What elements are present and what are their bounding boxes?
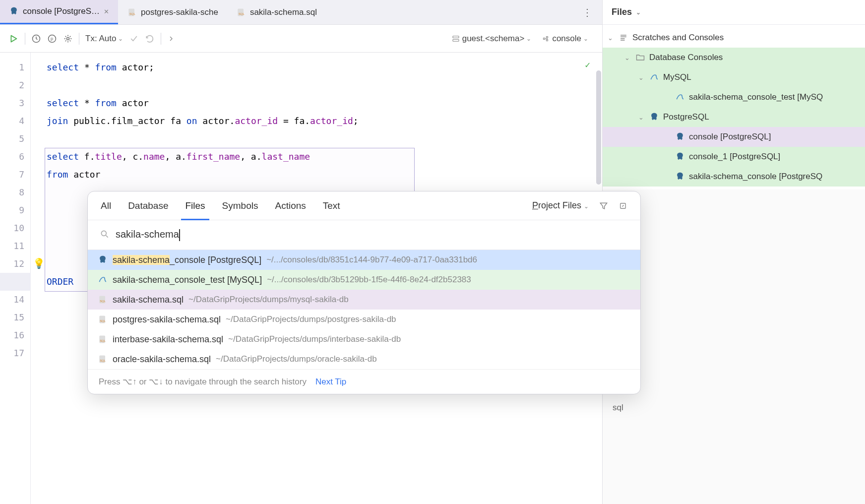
scope-dropdown[interactable]: Project Files ⌄ (532, 200, 589, 211)
svg-point-14 (101, 278, 102, 279)
schema-label: guest.<schema> (462, 34, 525, 44)
result-path: ~/DataGripProjects/dumps/mysql-sakila-db (188, 295, 349, 305)
search-tab-files[interactable]: Files (185, 191, 205, 220)
search-query-text[interactable]: sakila-schema (116, 229, 180, 241)
svg-text:SQL: SQL (100, 339, 106, 342)
postgres-icon (675, 172, 685, 182)
postgres-icon (98, 255, 108, 265)
commit-icon[interactable] (129, 34, 139, 44)
tree-item[interactable]: ⌄PostgreSQL (603, 107, 865, 127)
postgres-icon (675, 132, 685, 142)
result-path: ~/.../consoles/db/8351c144-9b77-4e09-a71… (266, 255, 477, 265)
svg-point-11 (678, 96, 679, 97)
result-path: ~/DataGripProjects/dumps/interbase-sakil… (228, 334, 401, 344)
next-tip-link[interactable]: Next Tip (315, 377, 346, 387)
svg-text:SQL: SQL (129, 12, 135, 15)
tree-item[interactable]: ⌄Scratches and Consoles (603, 28, 865, 48)
sql-file-icon: SQL (98, 334, 108, 344)
result-title: sakila-schema.sql (113, 295, 184, 305)
result-path: ~/DataGripProjects/dumps/postgres-sakila… (226, 315, 396, 324)
mysql-icon (675, 92, 685, 102)
partial-label: sql (603, 189, 865, 413)
svg-point-10 (652, 76, 653, 77)
chevron-down-icon[interactable]: ⌄ (624, 54, 631, 62)
search-result-item[interactable]: sakila-schema_console_test [MySQL] ~/...… (88, 270, 640, 290)
sql-file-icon: SQL (98, 315, 108, 324)
intention-bulb-icon[interactable]: 💡 (33, 257, 45, 269)
chevron-right-icon[interactable] (167, 35, 175, 43)
svg-point-7 (67, 37, 69, 40)
search-results: sakila-schema_console [PostgreSQL] ~/...… (88, 250, 640, 369)
result-path: ~/DataGripProjects/dumps/oracle-sakila-d… (216, 354, 377, 364)
files-panel-title: Files (612, 7, 632, 17)
tab-label: sakila-schema.sql (250, 7, 317, 17)
tree-item-label: Database Consoles (649, 53, 723, 63)
folder-icon (635, 53, 645, 63)
tree-item[interactable]: ⌄Database Consoles (603, 48, 865, 67)
rollback-icon[interactable] (145, 34, 155, 44)
result-path: ~/.../consoles/db/3b5129bb-1f5e-44f6-8e2… (267, 275, 471, 285)
svg-text:p: p (51, 36, 53, 41)
chevron-down-icon[interactable]: ⌄ (638, 74, 645, 81)
settings-icon[interactable] (63, 34, 73, 44)
svg-point-13 (101, 231, 106, 236)
inspection-status-icon[interactable]: ✓ (585, 60, 590, 70)
tree-item[interactable]: console_1 [PostgreSQL] (603, 147, 865, 167)
tab-overflow-menu[interactable]: ⋮ (572, 6, 602, 18)
search-result-item[interactable]: SQLinterbase-sakila-schema.sql ~/DataGri… (88, 329, 640, 349)
run-icon[interactable] (8, 33, 19, 44)
tx-mode-dropdown[interactable]: Tx: Auto ⌄ (85, 34, 123, 44)
explain-plan-icon[interactable]: p (47, 34, 57, 44)
close-icon[interactable]: ✕ (104, 8, 109, 15)
editor-tabs: console [PostgreS… ✕ SQL postgres-sakila… (0, 0, 602, 25)
tree-item[interactable]: ⌄MySQL (603, 67, 865, 87)
tree-item[interactable]: console [PostgreSQL] (603, 127, 865, 147)
chevron-down-icon[interactable]: ⌄ (608, 34, 615, 42)
search-result-item[interactable]: SQLsakila-schema.sql ~/DataGripProjects/… (88, 290, 640, 310)
tree-item-label: MySQL (663, 72, 691, 82)
filter-icon[interactable] (599, 201, 609, 211)
tab-sakila-schema[interactable]: SQL sakila-schema.sql (227, 0, 326, 24)
scratch-icon (618, 33, 628, 43)
svg-text:SQL: SQL (100, 359, 106, 362)
search-footer: Press ⌥↑ or ⌥↓ to navigate through the s… (88, 369, 640, 394)
session-dropdown[interactable]: console ⌄ (541, 34, 588, 44)
chevron-down-icon: ⌄ (118, 35, 123, 42)
sql-file-icon: SQL (98, 295, 108, 305)
search-result-item[interactable]: sakila-schema_console [PostgreSQL] ~/...… (88, 250, 640, 270)
history-icon[interactable] (31, 34, 41, 44)
svg-rect-9 (453, 39, 459, 41)
chevron-down-icon[interactable]: ⌄ (638, 114, 645, 121)
pin-icon[interactable] (618, 201, 627, 210)
files-tree: ⌄Scratches and Consoles⌄Database Console… (603, 25, 865, 189)
postgres-icon (649, 112, 659, 122)
editor-scrollbar[interactable] (596, 70, 601, 185)
result-title: oracle-sakila-schema.sql (113, 354, 211, 365)
search-tab-all[interactable]: All (101, 191, 111, 220)
tree-item-label: PostgreSQL (663, 112, 709, 122)
mysql-icon (98, 275, 108, 285)
schema-dropdown[interactable]: guest.<schema> ⌄ (451, 34, 532, 44)
search-tab-database[interactable]: Database (128, 191, 168, 220)
chevron-down-icon: ⌄ (583, 35, 588, 42)
tab-postgres-sakila-schema[interactable]: SQL postgres-sakila-sche (118, 0, 227, 24)
tree-item[interactable]: sakila-schema_console [PostgreSQ (603, 167, 865, 187)
search-tab-actions[interactable]: Actions (275, 191, 306, 220)
files-panel-header[interactable]: Files ⌄ (603, 0, 865, 25)
tab-console-postgres[interactable]: console [PostgreS… ✕ (0, 0, 118, 24)
tx-mode-label: Tx: Auto (85, 34, 116, 44)
search-tab-text[interactable]: Text (323, 191, 340, 220)
search-footer-hint: Press ⌥↑ or ⌥↓ to navigate through the s… (99, 377, 307, 387)
files-tool-window: Files ⌄ ⌄Scratches and Consoles⌄Database… (602, 0, 865, 504)
result-title: sakila-schema_console [PostgreSQL] (113, 255, 261, 265)
tree-item-label: sakila-schema_console [PostgreSQ (689, 172, 822, 182)
tree-item[interactable]: sakila-schema_console_test [MySQ (603, 87, 865, 107)
sql-file-icon: SQL (127, 7, 137, 17)
search-icon (100, 229, 110, 241)
tab-label: console [PostgreS… (23, 6, 100, 16)
search-result-item[interactable]: SQLpostgres-sakila-schema.sql ~/DataGrip… (88, 310, 640, 329)
search-result-item[interactable]: SQLoracle-sakila-schema.sql ~/DataGripPr… (88, 349, 640, 369)
result-title: interbase-sakila-schema.sql (113, 334, 223, 345)
editor-toolbar: p Tx: Auto ⌄ guest. (0, 25, 602, 53)
search-tab-symbols[interactable]: Symbols (222, 191, 258, 220)
